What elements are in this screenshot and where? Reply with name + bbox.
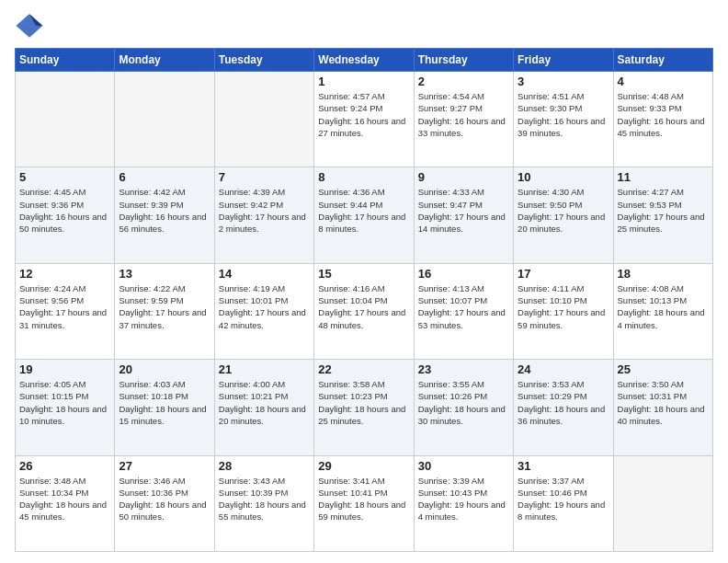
day-number: 19 [19,362,110,376]
table-row: 21Sunrise: 4:00 AMSunset: 10:21 PMDaylig… [214,360,313,455]
day-info: Sunrise: 4:39 AMSunset: 9:42 PMDaylight:… [219,186,310,235]
day-info: Sunrise: 4:54 AMSunset: 9:27 PMDaylight:… [418,90,509,139]
table-row: 1Sunrise: 4:57 AMSunset: 9:24 PMDaylight… [314,72,414,167]
calendar-header-row: Sunday Monday Tuesday Wednesday Thursday… [16,49,713,72]
day-info: Sunrise: 4:30 AMSunset: 9:50 PMDaylight:… [518,186,609,235]
table-row: 16Sunrise: 4:13 AMSunset: 10:07 PMDaylig… [414,263,513,359]
table-row: 18Sunrise: 4:08 AMSunset: 10:13 PMDaylig… [613,263,712,359]
logo [15,11,44,40]
day-info: Sunrise: 3:50 AMSunset: 10:31 PMDaylight… [618,378,709,427]
day-number: 11 [618,170,709,184]
day-info: Sunrise: 3:43 AMSunset: 10:39 PMDaylight… [219,475,310,523]
day-info: Sunrise: 3:53 AMSunset: 10:29 PMDaylight… [518,378,609,427]
day-info: Sunrise: 4:45 AMSunset: 9:36 PMDaylight:… [19,186,110,235]
day-number: 17 [518,267,609,281]
day-info: Sunrise: 4:19 AMSunset: 10:01 PMDaylight… [219,282,310,331]
table-row: 17Sunrise: 4:11 AMSunset: 10:10 PMDaylig… [514,263,613,359]
day-number: 5 [19,170,110,184]
header [15,11,713,40]
day-number: 28 [219,459,310,473]
day-info: Sunrise: 3:48 AMSunset: 10:34 PMDaylight… [19,475,110,523]
table-row [214,72,313,167]
calendar-week-1: 5Sunrise: 4:45 AMSunset: 9:36 PMDaylight… [16,167,713,263]
table-row: 3Sunrise: 4:51 AMSunset: 9:30 PMDaylight… [514,72,613,167]
day-info: Sunrise: 4:16 AMSunset: 10:04 PMDaylight… [318,282,409,331]
day-number: 13 [119,267,210,281]
calendar: Sunday Monday Tuesday Wednesday Thursday… [15,48,713,552]
day-info: Sunrise: 4:13 AMSunset: 10:07 PMDaylight… [418,282,509,331]
table-row: 19Sunrise: 4:05 AMSunset: 10:15 PMDaylig… [16,360,115,455]
table-row: 25Sunrise: 3:50 AMSunset: 10:31 PMDaylig… [613,360,712,455]
day-info: Sunrise: 3:46 AMSunset: 10:36 PMDaylight… [119,475,210,523]
day-number: 22 [318,362,409,376]
table-row: 10Sunrise: 4:30 AMSunset: 9:50 PMDayligh… [514,167,613,263]
table-row: 20Sunrise: 4:03 AMSunset: 10:18 PMDaylig… [115,360,214,455]
day-number: 15 [318,267,409,281]
calendar-week-3: 19Sunrise: 4:05 AMSunset: 10:15 PMDaylig… [16,360,713,455]
col-friday: Friday [514,49,613,72]
table-row: 26Sunrise: 3:48 AMSunset: 10:34 PMDaylig… [16,455,115,551]
logo-icon [15,11,44,40]
day-info: Sunrise: 4:33 AMSunset: 9:47 PMDaylight:… [418,186,509,235]
col-monday: Monday [115,49,214,72]
day-number: 16 [418,267,509,281]
col-saturday: Saturday [613,49,712,72]
col-wednesday: Wednesday [314,49,414,72]
day-number: 23 [418,362,509,376]
day-info: Sunrise: 4:57 AMSunset: 9:24 PMDaylight:… [318,90,409,139]
day-number: 9 [418,170,509,184]
col-thursday: Thursday [414,49,513,72]
day-number: 18 [618,267,709,281]
table-row: 2Sunrise: 4:54 AMSunset: 9:27 PMDaylight… [414,72,513,167]
day-number: 14 [219,267,310,281]
table-row: 6Sunrise: 4:42 AMSunset: 9:39 PMDaylight… [115,167,214,263]
table-row: 31Sunrise: 3:37 AMSunset: 10:46 PMDaylig… [514,455,613,551]
day-info: Sunrise: 3:58 AMSunset: 10:23 PMDaylight… [318,378,409,427]
table-row: 14Sunrise: 4:19 AMSunset: 10:01 PMDaylig… [214,263,313,359]
calendar-week-4: 26Sunrise: 3:48 AMSunset: 10:34 PMDaylig… [16,455,713,551]
day-number: 6 [119,170,210,184]
day-info: Sunrise: 4:42 AMSunset: 9:39 PMDaylight:… [119,186,210,235]
table-row: 4Sunrise: 4:48 AMSunset: 9:33 PMDaylight… [613,72,712,167]
day-number: 30 [418,459,509,473]
day-info: Sunrise: 3:55 AMSunset: 10:26 PMDaylight… [418,378,509,427]
day-info: Sunrise: 4:03 AMSunset: 10:18 PMDaylight… [119,378,210,427]
day-info: Sunrise: 4:00 AMSunset: 10:21 PMDaylight… [219,378,310,427]
day-number: 1 [318,75,409,88]
day-number: 21 [219,362,310,376]
day-info: Sunrise: 3:39 AMSunset: 10:43 PMDaylight… [418,475,509,523]
day-number: 8 [318,170,409,184]
table-row: 5Sunrise: 4:45 AMSunset: 9:36 PMDaylight… [16,167,115,263]
day-number: 20 [119,362,210,376]
table-row [613,455,712,551]
day-number: 24 [518,362,609,376]
table-row: 8Sunrise: 4:36 AMSunset: 9:44 PMDaylight… [314,167,414,263]
day-info: Sunrise: 4:48 AMSunset: 9:33 PMDaylight:… [618,90,709,139]
table-row: 11Sunrise: 4:27 AMSunset: 9:53 PMDayligh… [613,167,712,263]
table-row: 22Sunrise: 3:58 AMSunset: 10:23 PMDaylig… [314,360,414,455]
table-row: 7Sunrise: 4:39 AMSunset: 9:42 PMDaylight… [214,167,313,263]
table-row: 15Sunrise: 4:16 AMSunset: 10:04 PMDaylig… [314,263,414,359]
day-info: Sunrise: 4:08 AMSunset: 10:13 PMDaylight… [618,282,709,331]
day-number: 4 [618,75,709,88]
table-row: 9Sunrise: 4:33 AMSunset: 9:47 PMDaylight… [414,167,513,263]
day-info: Sunrise: 4:22 AMSunset: 9:59 PMDaylight:… [119,282,210,331]
day-info: Sunrise: 4:27 AMSunset: 9:53 PMDaylight:… [618,186,709,235]
day-number: 3 [518,75,609,88]
table-row: 24Sunrise: 3:53 AMSunset: 10:29 PMDaylig… [514,360,613,455]
table-row: 28Sunrise: 3:43 AMSunset: 10:39 PMDaylig… [214,455,313,551]
day-number: 31 [518,459,609,473]
day-info: Sunrise: 3:41 AMSunset: 10:41 PMDaylight… [318,475,409,523]
calendar-week-0: 1Sunrise: 4:57 AMSunset: 9:24 PMDaylight… [16,72,713,167]
table-row: 30Sunrise: 3:39 AMSunset: 10:43 PMDaylig… [414,455,513,551]
day-number: 29 [318,459,409,473]
table-row [115,72,214,167]
table-row [16,72,115,167]
day-info: Sunrise: 4:24 AMSunset: 9:56 PMDaylight:… [19,282,110,331]
col-sunday: Sunday [16,49,115,72]
day-number: 26 [19,459,110,473]
table-row: 23Sunrise: 3:55 AMSunset: 10:26 PMDaylig… [414,360,513,455]
day-number: 12 [19,267,110,281]
table-row: 13Sunrise: 4:22 AMSunset: 9:59 PMDayligh… [115,263,214,359]
day-info: Sunrise: 4:05 AMSunset: 10:15 PMDaylight… [19,378,110,427]
